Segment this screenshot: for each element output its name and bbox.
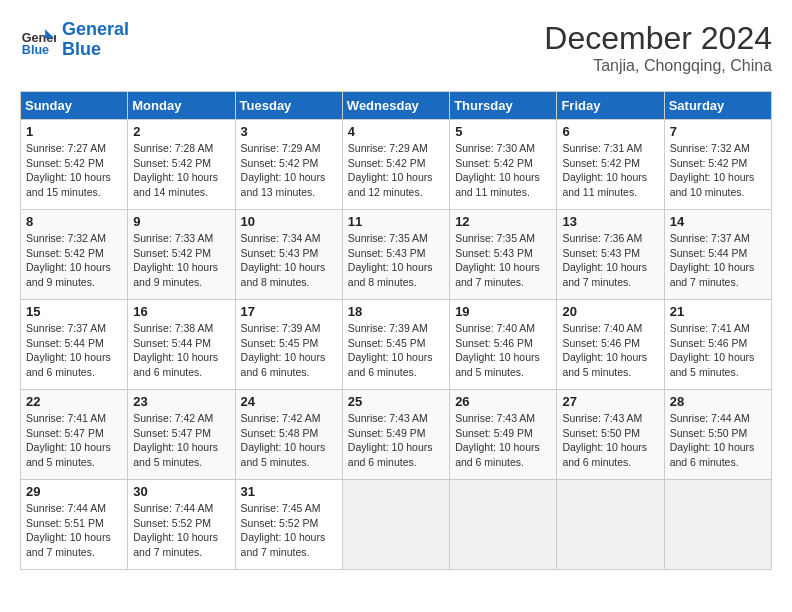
day-number: 22	[26, 394, 122, 409]
day-number: 31	[241, 484, 337, 499]
logo-icon: General Blue	[20, 22, 56, 58]
day-number: 30	[133, 484, 229, 499]
day-number: 11	[348, 214, 444, 229]
calendar-day-cell: 4 Sunrise: 7:29 AM Sunset: 5:42 PM Dayli…	[342, 120, 449, 210]
calendar-day-cell: 13 Sunrise: 7:36 AM Sunset: 5:43 PM Dayl…	[557, 210, 664, 300]
day-info: Sunrise: 7:44 AM Sunset: 5:52 PM Dayligh…	[133, 501, 229, 560]
calendar-day-cell: 20 Sunrise: 7:40 AM Sunset: 5:46 PM Dayl…	[557, 300, 664, 390]
calendar-week-row: 8 Sunrise: 7:32 AM Sunset: 5:42 PM Dayli…	[21, 210, 772, 300]
title-block: December 2024 Tanjia, Chongqing, China	[544, 20, 772, 75]
calendar-day-cell: 29 Sunrise: 7:44 AM Sunset: 5:51 PM Dayl…	[21, 480, 128, 570]
day-info: Sunrise: 7:41 AM Sunset: 5:46 PM Dayligh…	[670, 321, 766, 380]
day-info: Sunrise: 7:40 AM Sunset: 5:46 PM Dayligh…	[455, 321, 551, 380]
day-info: Sunrise: 7:43 AM Sunset: 5:50 PM Dayligh…	[562, 411, 658, 470]
calendar-day-cell: 17 Sunrise: 7:39 AM Sunset: 5:45 PM Dayl…	[235, 300, 342, 390]
day-number: 29	[26, 484, 122, 499]
calendar-day-cell: 3 Sunrise: 7:29 AM Sunset: 5:42 PM Dayli…	[235, 120, 342, 210]
day-number: 6	[562, 124, 658, 139]
empty-cell	[450, 480, 557, 570]
calendar-table: Sunday Monday Tuesday Wednesday Thursday…	[20, 91, 772, 570]
day-info: Sunrise: 7:35 AM Sunset: 5:43 PM Dayligh…	[455, 231, 551, 290]
calendar-day-cell: 12 Sunrise: 7:35 AM Sunset: 5:43 PM Dayl…	[450, 210, 557, 300]
calendar-day-cell: 27 Sunrise: 7:43 AM Sunset: 5:50 PM Dayl…	[557, 390, 664, 480]
day-number: 24	[241, 394, 337, 409]
day-number: 25	[348, 394, 444, 409]
day-info: Sunrise: 7:41 AM Sunset: 5:47 PM Dayligh…	[26, 411, 122, 470]
day-number: 26	[455, 394, 551, 409]
day-number: 18	[348, 304, 444, 319]
header-friday: Friday	[557, 92, 664, 120]
logo: General Blue General Blue	[20, 20, 129, 60]
day-info: Sunrise: 7:28 AM Sunset: 5:42 PM Dayligh…	[133, 141, 229, 200]
day-info: Sunrise: 7:42 AM Sunset: 5:48 PM Dayligh…	[241, 411, 337, 470]
empty-cell	[664, 480, 771, 570]
day-number: 9	[133, 214, 229, 229]
page-header: General Blue General Blue December 2024 …	[20, 20, 772, 75]
calendar-day-cell: 23 Sunrise: 7:42 AM Sunset: 5:47 PM Dayl…	[128, 390, 235, 480]
day-number: 2	[133, 124, 229, 139]
calendar-day-cell: 19 Sunrise: 7:40 AM Sunset: 5:46 PM Dayl…	[450, 300, 557, 390]
day-number: 20	[562, 304, 658, 319]
calendar-day-cell: 8 Sunrise: 7:32 AM Sunset: 5:42 PM Dayli…	[21, 210, 128, 300]
day-info: Sunrise: 7:30 AM Sunset: 5:42 PM Dayligh…	[455, 141, 551, 200]
weekday-header-row: Sunday Monday Tuesday Wednesday Thursday…	[21, 92, 772, 120]
day-number: 5	[455, 124, 551, 139]
day-info: Sunrise: 7:42 AM Sunset: 5:47 PM Dayligh…	[133, 411, 229, 470]
day-info: Sunrise: 7:37 AM Sunset: 5:44 PM Dayligh…	[26, 321, 122, 380]
calendar-day-cell: 22 Sunrise: 7:41 AM Sunset: 5:47 PM Dayl…	[21, 390, 128, 480]
calendar-day-cell: 15 Sunrise: 7:37 AM Sunset: 5:44 PM Dayl…	[21, 300, 128, 390]
header-saturday: Saturday	[664, 92, 771, 120]
day-number: 23	[133, 394, 229, 409]
calendar-title: December 2024	[544, 20, 772, 57]
calendar-day-cell: 21 Sunrise: 7:41 AM Sunset: 5:46 PM Dayl…	[664, 300, 771, 390]
calendar-day-cell: 25 Sunrise: 7:43 AM Sunset: 5:49 PM Dayl…	[342, 390, 449, 480]
day-number: 21	[670, 304, 766, 319]
header-monday: Monday	[128, 92, 235, 120]
calendar-day-cell: 7 Sunrise: 7:32 AM Sunset: 5:42 PM Dayli…	[664, 120, 771, 210]
day-number: 14	[670, 214, 766, 229]
calendar-day-cell: 30 Sunrise: 7:44 AM Sunset: 5:52 PM Dayl…	[128, 480, 235, 570]
calendar-day-cell: 6 Sunrise: 7:31 AM Sunset: 5:42 PM Dayli…	[557, 120, 664, 210]
calendar-week-row: 22 Sunrise: 7:41 AM Sunset: 5:47 PM Dayl…	[21, 390, 772, 480]
day-number: 12	[455, 214, 551, 229]
day-info: Sunrise: 7:44 AM Sunset: 5:51 PM Dayligh…	[26, 501, 122, 560]
empty-cell	[342, 480, 449, 570]
day-info: Sunrise: 7:39 AM Sunset: 5:45 PM Dayligh…	[241, 321, 337, 380]
day-info: Sunrise: 7:45 AM Sunset: 5:52 PM Dayligh…	[241, 501, 337, 560]
day-number: 19	[455, 304, 551, 319]
calendar-week-row: 29 Sunrise: 7:44 AM Sunset: 5:51 PM Dayl…	[21, 480, 772, 570]
header-sunday: Sunday	[21, 92, 128, 120]
day-number: 3	[241, 124, 337, 139]
day-info: Sunrise: 7:40 AM Sunset: 5:46 PM Dayligh…	[562, 321, 658, 380]
day-info: Sunrise: 7:44 AM Sunset: 5:50 PM Dayligh…	[670, 411, 766, 470]
day-number: 28	[670, 394, 766, 409]
day-info: Sunrise: 7:33 AM Sunset: 5:42 PM Dayligh…	[133, 231, 229, 290]
day-number: 16	[133, 304, 229, 319]
day-number: 17	[241, 304, 337, 319]
day-number: 10	[241, 214, 337, 229]
calendar-day-cell: 11 Sunrise: 7:35 AM Sunset: 5:43 PM Dayl…	[342, 210, 449, 300]
day-info: Sunrise: 7:38 AM Sunset: 5:44 PM Dayligh…	[133, 321, 229, 380]
day-info: Sunrise: 7:43 AM Sunset: 5:49 PM Dayligh…	[455, 411, 551, 470]
day-number: 13	[562, 214, 658, 229]
calendar-day-cell: 1 Sunrise: 7:27 AM Sunset: 5:42 PM Dayli…	[21, 120, 128, 210]
calendar-day-cell: 5 Sunrise: 7:30 AM Sunset: 5:42 PM Dayli…	[450, 120, 557, 210]
day-info: Sunrise: 7:31 AM Sunset: 5:42 PM Dayligh…	[562, 141, 658, 200]
header-wednesday: Wednesday	[342, 92, 449, 120]
day-number: 4	[348, 124, 444, 139]
logo-text: General Blue	[62, 20, 129, 60]
calendar-day-cell: 9 Sunrise: 7:33 AM Sunset: 5:42 PM Dayli…	[128, 210, 235, 300]
day-info: Sunrise: 7:35 AM Sunset: 5:43 PM Dayligh…	[348, 231, 444, 290]
calendar-day-cell: 10 Sunrise: 7:34 AM Sunset: 5:43 PM Dayl…	[235, 210, 342, 300]
day-info: Sunrise: 7:29 AM Sunset: 5:42 PM Dayligh…	[348, 141, 444, 200]
day-number: 15	[26, 304, 122, 319]
empty-cell	[557, 480, 664, 570]
calendar-day-cell: 16 Sunrise: 7:38 AM Sunset: 5:44 PM Dayl…	[128, 300, 235, 390]
day-number: 8	[26, 214, 122, 229]
calendar-week-row: 15 Sunrise: 7:37 AM Sunset: 5:44 PM Dayl…	[21, 300, 772, 390]
calendar-day-cell: 28 Sunrise: 7:44 AM Sunset: 5:50 PM Dayl…	[664, 390, 771, 480]
day-number: 1	[26, 124, 122, 139]
header-tuesday: Tuesday	[235, 92, 342, 120]
calendar-week-row: 1 Sunrise: 7:27 AM Sunset: 5:42 PM Dayli…	[21, 120, 772, 210]
calendar-day-cell: 26 Sunrise: 7:43 AM Sunset: 5:49 PM Dayl…	[450, 390, 557, 480]
